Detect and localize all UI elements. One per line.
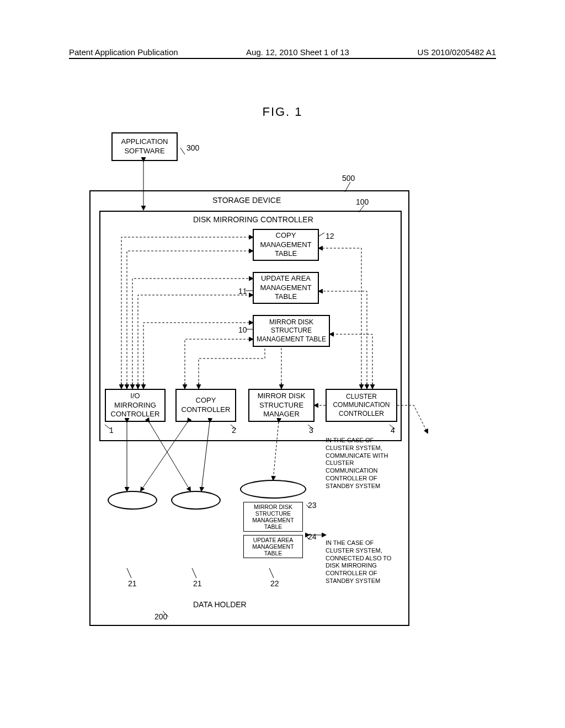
diagram: APPLICATION SOFTWARE 300 500 STORAGE DEV… bbox=[88, 127, 486, 629]
ref-23: 23 bbox=[308, 501, 317, 510]
ref-22: 22 bbox=[270, 579, 279, 588]
box-io-mirroring-ctrl: I/O MIRRORING CONTROLLER bbox=[105, 389, 166, 422]
figure-title: FIG. 1 bbox=[262, 105, 302, 119]
box-copy-ctrl: COPY CONTROLLER bbox=[175, 389, 236, 422]
header-center: Aug. 12, 2010 Sheet 1 of 13 bbox=[246, 47, 349, 57]
box-update-area-mgmt: UPDATE AREA MANAGEMENT TABLE bbox=[253, 272, 319, 304]
ref-21b: 21 bbox=[193, 579, 202, 588]
cyl-label-mirror-struct: MIRROR DISK STRUCTURE MANAGEMENT TABLE bbox=[243, 502, 303, 532]
label-data-holder: DATA HOLDER bbox=[193, 600, 247, 610]
box-mirror-struct-mgmt: MIRROR DISK STRUCTURE MANAGEMENT TABLE bbox=[253, 315, 330, 347]
box-mirror-struct-mgr: MIRROR DISK STRUCTURE MANAGER bbox=[248, 389, 315, 422]
note-cluster-comm: IN THE CASE OF CLUSTER SYSTEM, COMMUNICA… bbox=[326, 437, 411, 490]
ref-3: 3 bbox=[309, 426, 313, 435]
cylinder-22: MIRROR DISK STRUCTURE MANAGEMENT TABLE U… bbox=[240, 480, 306, 565]
ref-2: 2 bbox=[232, 426, 236, 435]
note-cluster-connect: IN THE CASE OF CLUSTER SYSTEM, CONNECTED… bbox=[326, 539, 411, 585]
cyl-label-update-area: UPDATE AREA MANAGEMENT TABLE bbox=[243, 535, 303, 558]
ref-500: 500 bbox=[342, 174, 355, 183]
ref-24: 24 bbox=[308, 532, 317, 541]
header-right: US 2010/0205482 A1 bbox=[417, 47, 496, 57]
label-disk-mirroring: DISK MIRRORING CONTROLLER bbox=[193, 215, 313, 225]
ref-10: 10 bbox=[238, 325, 247, 334]
box-application-software: APPLICATION SOFTWARE bbox=[111, 132, 178, 161]
box-cluster-comm-ctrl: CLUSTER COMMUNICATION CONTROLLER bbox=[326, 389, 397, 422]
ref-21a: 21 bbox=[128, 579, 137, 588]
box-copy-mgmt-table: COPY MANAGEMENT TABLE bbox=[253, 229, 319, 261]
ref-100: 100 bbox=[356, 197, 369, 206]
header-left: Patent Application Publication bbox=[69, 47, 178, 57]
page-header: Patent Application Publication Aug. 12, … bbox=[69, 47, 496, 59]
ref-11: 11 bbox=[238, 287, 247, 296]
ref-300: 300 bbox=[186, 143, 199, 152]
cylinder-21b bbox=[171, 491, 221, 563]
ref-1: 1 bbox=[109, 426, 114, 435]
ref-4: 4 bbox=[391, 426, 395, 435]
label-storage-device: STORAGE DEVICE bbox=[212, 196, 281, 206]
ref-200: 200 bbox=[154, 612, 167, 621]
ref-12: 12 bbox=[326, 232, 334, 240]
cylinder-21a bbox=[108, 491, 157, 563]
